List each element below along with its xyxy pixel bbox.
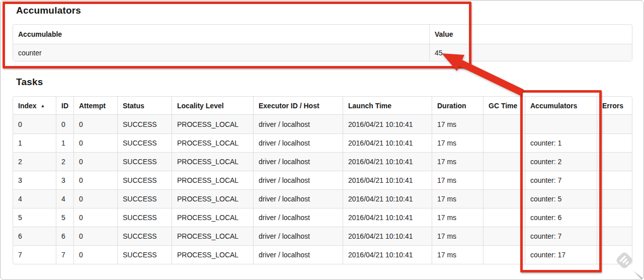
table-cell: 0 <box>73 189 117 208</box>
table-cell: 17 ms <box>432 245 483 264</box>
table-cell: 2016/04/21 10:10:41 <box>343 115 432 133</box>
table-row: 660SUCCESSPROCESS_LOCALdriver / localhos… <box>13 227 632 245</box>
table-cell: PROCESS_LOCAL <box>172 245 253 264</box>
table-cell: driver / localhost <box>253 115 343 133</box>
table-cell: 6 <box>13 227 56 245</box>
table-cell: 17 ms <box>432 152 483 171</box>
table-cell <box>597 208 632 227</box>
table-cell <box>597 133 632 152</box>
table-cell: driver / localhost <box>253 208 343 227</box>
table-cell: 2016/04/21 10:10:41 <box>343 245 432 264</box>
table-cell: 2016/04/21 10:10:41 <box>343 133 432 152</box>
table-cell <box>483 115 525 133</box>
table-cell: counter <box>13 44 429 61</box>
column-header-index[interactable]: Index▲ <box>13 97 56 115</box>
table-cell: 17 ms <box>432 133 483 152</box>
table-cell <box>597 227 632 245</box>
column-header-duration[interactable]: Duration <box>432 97 483 115</box>
table-cell: 17 ms <box>432 115 483 133</box>
table-row: 330SUCCESSPROCESS_LOCALdriver / localhos… <box>13 171 632 189</box>
table-row: 110SUCCESSPROCESS_LOCALdriver / localhos… <box>13 133 632 152</box>
table-cell: 0 <box>56 115 73 133</box>
table-cell: PROCESS_LOCAL <box>172 115 253 133</box>
table-cell <box>597 115 632 133</box>
table-cell: 1 <box>56 133 73 152</box>
table-cell: 3 <box>56 171 73 189</box>
column-header-accumulable[interactable]: Accumulable <box>13 25 429 44</box>
table-cell: SUCCESS <box>117 189 172 208</box>
table-cell: 0 <box>73 171 117 189</box>
table-cell: driver / localhost <box>253 152 343 171</box>
table-cell: SUCCESS <box>117 171 172 189</box>
table-cell: 5 <box>56 208 73 227</box>
table-cell: 17 ms <box>432 208 483 227</box>
table-cell: 17 ms <box>432 171 483 189</box>
table-cell <box>525 115 597 133</box>
table-cell: counter: 17 <box>525 245 597 264</box>
column-header-attempt[interactable]: Attempt <box>73 97 117 115</box>
table-cell: SUCCESS <box>117 208 172 227</box>
table-cell: driver / localhost <box>253 227 343 245</box>
table-cell: 1 <box>13 133 56 152</box>
table-cell: 3 <box>13 171 56 189</box>
table-cell <box>483 171 525 189</box>
table-row: 000SUCCESSPROCESS_LOCALdriver / localhos… <box>13 115 632 133</box>
column-header-locality-level[interactable]: Locality Level <box>172 97 253 115</box>
table-cell <box>483 189 525 208</box>
table-cell: PROCESS_LOCAL <box>172 189 253 208</box>
column-header-errors[interactable]: Errors <box>597 97 632 115</box>
table-cell: 0 <box>73 152 117 171</box>
pointer-fragment-icon <box>632 271 644 280</box>
table-cell: 2016/04/21 10:10:41 <box>343 227 432 245</box>
table-cell: 2016/04/21 10:10:41 <box>343 152 432 171</box>
column-header-value[interactable]: Value <box>429 25 632 44</box>
table-cell: 45 <box>429 44 632 61</box>
table-cell: counter: 2 <box>525 152 597 171</box>
table-cell: SUCCESS <box>117 152 172 171</box>
table-cell: 4 <box>56 189 73 208</box>
column-header-id[interactable]: ID <box>56 97 73 115</box>
table-cell: 2016/04/21 10:10:41 <box>343 189 432 208</box>
table-row: counter45 <box>13 44 632 61</box>
table-cell: 2016/04/21 10:10:41 <box>343 171 432 189</box>
table-cell: counter: 7 <box>525 227 597 245</box>
accumulators-heading: Accumulators <box>16 5 81 16</box>
table-cell <box>483 245 525 264</box>
table-cell: 17 ms <box>432 189 483 208</box>
column-header-accumulators[interactable]: Accumulators <box>525 97 597 115</box>
table-cell <box>597 189 632 208</box>
table-cell: driver / localhost <box>253 171 343 189</box>
column-header-gc-time[interactable]: GC Time <box>483 97 525 115</box>
table-cell: 4 <box>13 189 56 208</box>
table-cell: counter: 1 <box>525 133 597 152</box>
table-cell: driver / localhost <box>253 245 343 264</box>
table-cell: 0 <box>73 208 117 227</box>
table-cell: 7 <box>13 245 56 264</box>
column-header-executor-id-host[interactable]: Executor ID / Host <box>253 97 343 115</box>
table-cell: counter: 7 <box>525 171 597 189</box>
table-cell: SUCCESS <box>117 115 172 133</box>
table-cell: counter: 5 <box>525 189 597 208</box>
table-cell: 7 <box>56 245 73 264</box>
table-cell: 0 <box>13 115 56 133</box>
table-cell: SUCCESS <box>117 227 172 245</box>
table-cell: 0 <box>73 115 117 133</box>
table-cell: SUCCESS <box>117 133 172 152</box>
column-header-launch-time[interactable]: Launch Time <box>343 97 432 115</box>
table-cell: 0 <box>73 227 117 245</box>
table-cell: 2 <box>56 152 73 171</box>
table-cell: 17 ms <box>432 227 483 245</box>
table-row: 440SUCCESSPROCESS_LOCALdriver / localhos… <box>13 189 632 208</box>
table-cell: PROCESS_LOCAL <box>172 171 253 189</box>
table-row: 220SUCCESSPROCESS_LOCALdriver / localhos… <box>13 152 632 171</box>
table-cell: 5 <box>13 208 56 227</box>
table-cell <box>597 152 632 171</box>
table-cell: 2016/04/21 10:10:41 <box>343 208 432 227</box>
table-cell: 0 <box>73 245 117 264</box>
table-cell: SUCCESS <box>117 245 172 264</box>
accumulators-table: AccumulableValuecounter45 <box>13 24 632 61</box>
column-header-status[interactable]: Status <box>117 97 172 115</box>
table-cell: driver / localhost <box>253 133 343 152</box>
spark-ui-window: Accumulators AccumulableValuecounter45 T… <box>0 0 644 280</box>
table-cell: 0 <box>73 133 117 152</box>
